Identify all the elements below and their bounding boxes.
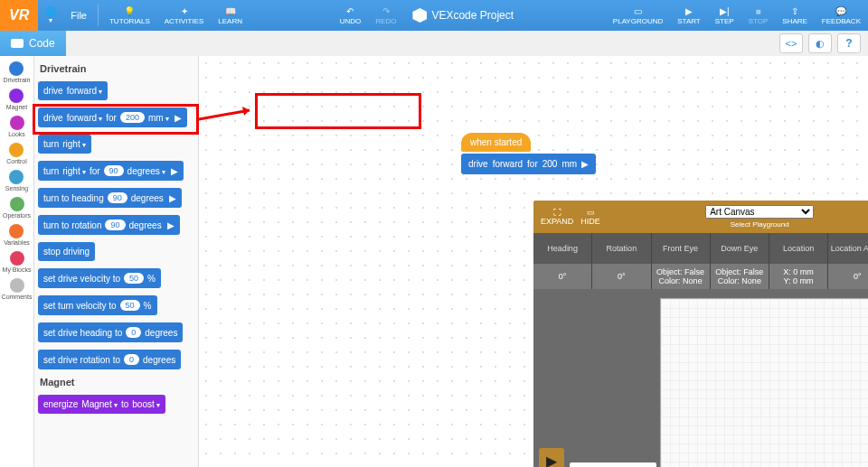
block-text: turn: [43, 139, 59, 149]
playground-field[interactable]: [660, 298, 868, 467]
help-button[interactable]: ?: [837, 33, 861, 53]
learn-button[interactable]: 📖LEARN: [211, 5, 250, 27]
expand-button[interactable]: ⛶EXPAND: [541, 208, 573, 226]
activities-button[interactable]: ✦ACTIVITIES: [157, 5, 212, 27]
feedback-button[interactable]: 💬FEEDBACK: [815, 5, 868, 27]
block-dropdown: right: [62, 139, 86, 149]
playground-field-area: ▶ ↻ 00:00:0 ▤ ⬒ 📷 🎥 ◆: [533, 289, 868, 467]
palette-block-6[interactable]: stop driving: [38, 242, 95, 261]
step-button[interactable]: ▶|STEP: [708, 5, 741, 27]
undo-button[interactable]: ↶UNDO: [333, 5, 369, 27]
palette-block-10[interactable]: set drive rotation to0degrees: [38, 350, 181, 369]
main-area: DrivetrainMagnetLooksControlSensingOpera…: [0, 56, 868, 467]
category-label: Sensing: [5, 185, 28, 191]
category-operators[interactable]: Operators: [3, 195, 31, 220]
palette-block-2[interactable]: turnright: [38, 135, 91, 154]
block-dropdown: forward: [67, 113, 103, 123]
timer-display: 00:00:0: [570, 462, 656, 468]
block-text: drive: [43, 113, 63, 123]
language-menu[interactable]: 🌐▾: [38, 5, 63, 26]
category-looks[interactable]: Looks: [8, 114, 25, 139]
playground-select[interactable]: Art Canvas: [705, 205, 814, 219]
category-dot: [9, 170, 24, 184]
feedback-label: FEEDBACK: [822, 17, 861, 25]
playground-panel: ⛶EXPAND ▭HIDE Art Canvas Select Playgrou…: [533, 201, 868, 467]
code-viewer-button[interactable]: <>: [779, 33, 803, 53]
block-palette[interactable]: Drivetrain driveforwarddriveforwardfor20…: [34, 56, 199, 467]
project-name[interactable]: VEXcode Project: [403, 8, 523, 23]
play-icon: ▶: [167, 220, 175, 230]
palette-block-1[interactable]: driveforwardfor200mm▶: [38, 107, 187, 127]
blocks-icon: [11, 39, 24, 48]
block-value: 200: [120, 112, 145, 123]
workspace-canvas[interactable]: when started driveforwardfor200mm▶ + − ⛶…: [199, 56, 868, 467]
tutorials-button[interactable]: 💡TUTORIALS: [102, 5, 157, 27]
code-tab[interactable]: Code: [0, 31, 66, 56]
category-label: My Blocks: [3, 266, 32, 273]
category-magnet[interactable]: Magnet: [6, 87, 27, 112]
category-label: Drivetrain: [4, 77, 31, 83]
tab-bar: Code <> ◐ ?: [0, 31, 868, 56]
category-control[interactable]: Control: [6, 141, 27, 166]
share-icon: ⇪: [791, 6, 798, 16]
redo-button[interactable]: ↷REDO: [368, 5, 403, 27]
palette-block-8[interactable]: set turn velocity to50%: [38, 295, 157, 315]
start-button[interactable]: ▶START: [670, 5, 707, 27]
palette-block-0[interactable]: driveforward: [38, 81, 108, 100]
category-dot: [10, 251, 24, 266]
play-icon: ▶: [169, 193, 176, 203]
category-comments[interactable]: Comments: [2, 276, 33, 302]
block-text: drive: [468, 159, 488, 169]
stop-button[interactable]: ■STOP: [741, 5, 776, 27]
palette-block-3[interactable]: turnrightfor90degrees▶: [38, 161, 184, 181]
block-value: 200: [542, 159, 558, 169]
block-dropdown: Magnet: [81, 399, 118, 409]
category-dot: [9, 89, 24, 103]
block-text: for: [90, 166, 100, 176]
hide-button[interactable]: ▭HIDE: [580, 208, 600, 226]
expand-label: EXPAND: [541, 217, 573, 226]
category-label: Magnet: [6, 104, 27, 110]
category-dot: [9, 224, 24, 238]
activities-label: ACTIVITIES: [165, 17, 204, 25]
palette-block-9[interactable]: set drive heading to0degrees: [38, 322, 183, 342]
playground-select-label: Select Playground: [608, 220, 868, 229]
tutorials-label: TUTORIALS: [109, 17, 150, 25]
hide-label: HIDE: [580, 217, 600, 226]
gauge-icon: ◐: [816, 38, 825, 50]
block-text: set drive velocity to: [43, 274, 120, 284]
lightbulb-icon: 💡: [124, 6, 135, 16]
play-icon: ▶: [581, 159, 589, 169]
undo-icon: ↶: [346, 6, 354, 16]
drive-forward-for-block[interactable]: driveforwardfor200mm▶: [461, 154, 596, 174]
category-dot: [9, 61, 24, 76]
category-column: DrivetrainMagnetLooksControlSensingOpera…: [0, 56, 34, 467]
play-icon: ▶: [175, 113, 182, 123]
category-drivetrain[interactable]: Drivetrain: [4, 60, 31, 85]
block-text: stop driving: [43, 247, 90, 257]
file-menu[interactable]: File: [63, 8, 94, 23]
dash-header-cell: Rotation: [592, 233, 651, 264]
pg-play-button[interactable]: ▶: [539, 448, 564, 467]
category-my-blocks[interactable]: My Blocks: [3, 249, 32, 275]
palette-magnet-block[interactable]: energizeMagnettoboost: [38, 395, 165, 414]
when-started-block[interactable]: when started: [461, 133, 531, 152]
redo-icon: ↷: [382, 6, 390, 16]
category-dot: [9, 143, 24, 157]
block-value: 0: [126, 327, 141, 338]
block-text: degrees: [145, 328, 177, 338]
share-button[interactable]: ⇪SHARE: [775, 5, 815, 27]
monitor-button[interactable]: ◐: [808, 33, 832, 53]
block-text: energize: [43, 399, 78, 409]
playground-button[interactable]: ▭PLAYGROUND: [606, 5, 670, 27]
block-text: degrees: [129, 220, 162, 230]
category-variables[interactable]: Variables: [4, 222, 30, 248]
category-sensing[interactable]: Sensing: [5, 168, 28, 193]
block-dropdown: mm: [148, 113, 169, 123]
palette-block-5[interactable]: turn to rotation90degrees▶: [38, 215, 180, 235]
step-icon: ▶|: [720, 6, 730, 16]
palette-block-4[interactable]: turn to heading90degrees▶: [38, 188, 182, 208]
play-icon: ▶: [546, 453, 557, 468]
palette-block-7[interactable]: set drive velocity to50%: [38, 268, 161, 288]
book-icon: 📖: [225, 6, 236, 16]
